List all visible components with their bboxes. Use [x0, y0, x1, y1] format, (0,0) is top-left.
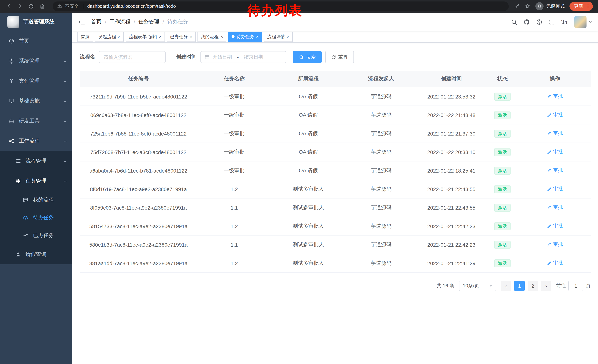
reload-icon[interactable]: [28, 3, 34, 9]
tab-home[interactable]: 首页: [77, 32, 93, 42]
next-page-button[interactable]: ›: [541, 281, 551, 291]
sidebar-item-system[interactable]: 系统管理: [0, 51, 72, 71]
monitor-icon: [8, 98, 15, 104]
page-button-1[interactable]: 1: [514, 281, 525, 291]
cell-initiator: 芋道源码: [345, 143, 417, 161]
tab-process-form-edit[interactable]: 流程表单-编辑 ×: [126, 32, 165, 42]
incognito-badge[interactable]: 无痕模式: [535, 2, 565, 10]
process-name-input[interactable]: [99, 51, 166, 63]
sidebar-item-task-mgmt[interactable]: 任务管理: [0, 171, 72, 191]
search-icon[interactable]: [511, 19, 517, 25]
sidebar-item-home[interactable]: 首页: [0, 31, 72, 51]
sidebar-item-payment[interactable]: ¥ 支付管理: [0, 71, 72, 91]
sidebar-collapse-icon[interactable]: [78, 18, 85, 25]
approve-link[interactable]: 审批: [547, 241, 563, 248]
tab-start-process[interactable]: 发起流程 ×: [95, 32, 124, 42]
table-row: 8f059c03-7ac8-11ec-a9e2-a2380e71991a 1.1…: [80, 198, 590, 217]
approve-link-label: 审批: [553, 260, 563, 267]
sidebar-item-label: 请假查询: [25, 251, 46, 258]
list-icon: [15, 158, 22, 164]
key-icon[interactable]: [514, 3, 520, 9]
user-menu[interactable]: [574, 16, 592, 28]
goto-page-input[interactable]: [568, 281, 583, 291]
breadcrumb-task-mgmt[interactable]: 任务管理: [139, 18, 159, 25]
url-text: dashboard.yudao.iocoder.cn/bpm/task/todo: [87, 4, 176, 9]
page-button-2[interactable]: 2: [528, 281, 538, 291]
back-icon[interactable]: [6, 3, 12, 9]
approve-link[interactable]: 审批: [547, 186, 563, 192]
close-icon[interactable]: ×: [256, 34, 259, 39]
eye-icon: [22, 215, 29, 221]
cell-process: 测试多审批人: [271, 198, 345, 217]
approve-link[interactable]: 审批: [547, 93, 563, 100]
close-icon[interactable]: ×: [287, 34, 289, 39]
date-range-picker[interactable]: 开始日期 - 结束日期: [200, 51, 286, 63]
sidebar-submenu-workflow: 流程管理 任务管理 我的流程 待办任务: [0, 151, 72, 264]
col-process: 所属流程: [271, 71, 345, 87]
tab-done-tasks[interactable]: 已办任务 ×: [167, 32, 196, 42]
page-size-select[interactable]: 10条/页: [459, 281, 496, 291]
cell-created: 2022-01-21 22:41:29: [417, 254, 486, 272]
home-icon[interactable]: [39, 3, 45, 9]
tab-process-detail[interactable]: 流程详情 ×: [264, 32, 293, 42]
cell-initiator: 芋道源码: [345, 180, 417, 198]
bookmark-star-icon[interactable]: [525, 3, 531, 9]
fullscreen-icon[interactable]: [549, 19, 555, 25]
sidebar-item-infrastructure[interactable]: 基础设施: [0, 91, 72, 111]
kebab-menu-icon[interactable]: [585, 4, 590, 9]
tab-my-process[interactable]: 我的流程 ×: [198, 32, 226, 42]
tab-todo-tasks[interactable]: 待办任务 ×: [228, 32, 262, 42]
search-button-label: 搜索: [306, 54, 316, 60]
close-icon[interactable]: ×: [190, 34, 192, 39]
cell-created: 2022-01-21 22:42:23: [417, 217, 486, 235]
app-title: 芋道管理系统: [23, 18, 54, 25]
cell-process: 测试多审批人: [271, 235, 345, 254]
breadcrumb-home[interactable]: 首页: [91, 18, 101, 25]
approve-link[interactable]: 审批: [547, 130, 563, 137]
sidebar-item-workflow[interactable]: 工作流程: [0, 131, 72, 151]
close-icon[interactable]: ×: [159, 34, 162, 39]
cell-task-name: 1.2: [197, 254, 271, 272]
forward-icon[interactable]: [17, 3, 23, 9]
sidebar-item-my-process[interactable]: 我的流程: [0, 191, 72, 209]
cell-task-id: 73211d9d-7b9b-11ec-b5b7-acde48001122: [80, 87, 197, 106]
cell-status: 激活: [486, 106, 519, 124]
approve-link[interactable]: 审批: [547, 204, 563, 211]
cell-task-name: 一级审批: [197, 124, 271, 143]
cell-process: OA 请假: [271, 143, 345, 161]
cell-task-name: 一级审批: [197, 143, 271, 161]
close-icon[interactable]: ×: [220, 34, 223, 39]
sidebar-item-process-mgmt[interactable]: 流程管理: [0, 151, 72, 171]
pagination: 共 16 条 10条/页 ‹ 1 2 › 前往 页: [80, 281, 590, 291]
sidebar-item-devtools[interactable]: 研发工具: [0, 111, 72, 131]
approve-link[interactable]: 审批: [547, 112, 563, 118]
approve-link[interactable]: 审批: [547, 223, 563, 229]
approve-link-label: 审批: [553, 167, 563, 174]
app-logo-row: 芋道管理系统: [0, 13, 72, 31]
approve-link[interactable]: 审批: [547, 149, 563, 155]
cell-initiator: 芋道源码: [345, 198, 417, 217]
breadcrumb-current: 待办任务: [167, 18, 188, 25]
cell-initiator: 芋道源码: [345, 124, 417, 143]
chevron-down-icon: [63, 59, 67, 63]
tab-label: 流程详情: [267, 33, 285, 40]
sidebar-item-leave-query[interactable]: 请假查询: [0, 244, 72, 264]
sidebar-item-label: 已办任务: [33, 232, 54, 239]
github-icon[interactable]: [523, 19, 530, 25]
breadcrumb-workflow[interactable]: 工作流程: [110, 18, 130, 25]
font-size-icon[interactable]: TT: [561, 19, 568, 25]
browser-nav-buttons: [4, 3, 47, 9]
search-button[interactable]: 搜索: [293, 51, 322, 63]
sidebar-item-todo-tasks[interactable]: 待办任务: [0, 209, 72, 226]
reset-button[interactable]: 重置: [325, 51, 354, 63]
prev-page-button[interactable]: ‹: [501, 281, 511, 291]
grid-icon: [15, 178, 22, 184]
update-button[interactable]: 更新: [569, 2, 593, 11]
sidebar-item-done-tasks[interactable]: 已办任务: [0, 226, 72, 244]
cell-created: 2022-01-22 21:48:48: [417, 106, 486, 124]
help-icon[interactable]: [536, 19, 542, 25]
close-icon[interactable]: ×: [118, 34, 120, 39]
approve-link[interactable]: 审批: [547, 260, 563, 267]
approve-link[interactable]: 审批: [547, 167, 563, 174]
warning-icon: [57, 3, 62, 10]
